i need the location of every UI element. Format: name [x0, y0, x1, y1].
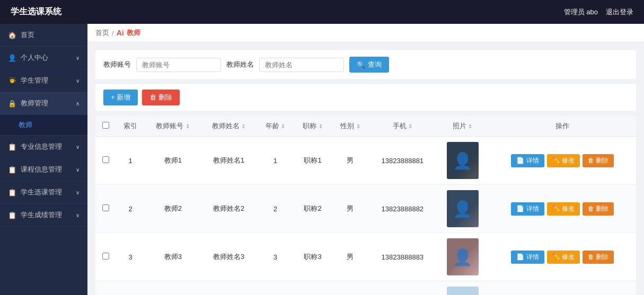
avatar-placeholder: 👤	[453, 200, 472, 218]
cell-phone: 13823888884	[369, 281, 436, 296]
cell-title: 职称3	[294, 233, 332, 281]
username: 管理员 abo	[564, 7, 598, 17]
col-checkbox	[95, 116, 116, 137]
sidebar-item-specialty[interactable]: 📋 专业信息管理 ∨	[0, 136, 87, 158]
sidebar-course-select-label: 学生选课管理	[21, 187, 62, 197]
cell-actions: 📄 详情 ✏️ 修改 🗑 删除	[489, 137, 636, 185]
cell-name: 教师姓名2	[201, 185, 257, 233]
sidebar: 🏠 首页 👤 个人中心 ∨ 👨‍🎓 学生管理 ∨ 🔒 教师管理 ∧ 教师 📋 专…	[0, 24, 87, 295]
col-actions: 操作	[489, 116, 636, 137]
search-name-input[interactable]	[259, 58, 344, 72]
sort-icon: ⇕	[186, 123, 190, 129]
delete-icon: 🗑	[588, 157, 594, 164]
select-all-checkbox[interactable]	[102, 122, 109, 129]
cell-name: 教师姓名3	[201, 233, 257, 281]
cell-photo: 👤	[436, 137, 489, 185]
lock-icon: 🔒	[8, 99, 16, 108]
cell-gender: 男	[332, 185, 369, 233]
row-checkbox[interactable]	[95, 137, 116, 185]
sidebar-item-teacher-mgmt[interactable]: 🔒 教师管理 ∧	[0, 92, 87, 115]
col-photo[interactable]: 照片 ⇕	[436, 116, 489, 137]
cell-gender: 男	[332, 137, 369, 185]
search-btn-label: 查询	[368, 60, 382, 69]
avatar-placeholder: 👤	[453, 248, 472, 266]
cell-title: 职称2	[294, 185, 332, 233]
account-label: 教师账号	[103, 60, 131, 69]
teacher-table: 索引 教师账号 ⇕ 教师姓名 ⇕ 年龄	[95, 116, 636, 295]
table-row: 2 教师2 教师姓名2 2 职称2 男 13823888882 👤 📄 详情 ✏…	[95, 185, 636, 233]
row-checkbox[interactable]	[95, 185, 116, 233]
sort-icon: ⇕	[281, 123, 285, 129]
sidebar-specialty-label: 专业信息管理	[21, 142, 62, 151]
detail-button[interactable]: 📄 详情	[511, 154, 544, 167]
delete-row-button[interactable]: 🗑 删除	[583, 251, 614, 264]
edit-button[interactable]: ✏️ 修改	[547, 251, 580, 264]
cell-index: 1	[116, 137, 145, 185]
sort-icon: ⇕	[468, 123, 472, 129]
breadcrumb-separator: /	[112, 29, 114, 37]
cell-account: 教师2	[145, 185, 201, 233]
sort-icon: ⇕	[408, 123, 412, 129]
main-content: 首页 / Ai 教师 教师账号 教师姓名 🔍 查询 + 新增 🗑 删除	[87, 24, 644, 295]
teacher-photo: 👤	[447, 142, 479, 179]
col-index: 索引	[116, 116, 145, 137]
row-checkbox[interactable]	[95, 281, 116, 296]
col-name[interactable]: 教师姓名 ⇕	[201, 116, 257, 137]
sidebar-teacher-label: 教师	[19, 121, 32, 129]
cell-phone: 13823888882	[369, 185, 436, 233]
detail-button[interactable]: 📄 详情	[511, 202, 544, 216]
student-icon: 👨‍🎓	[8, 76, 16, 85]
cell-name: 教师姓名4	[201, 281, 257, 296]
col-gender[interactable]: 性别 ⇕	[332, 116, 369, 137]
delete-row-button[interactable]: 🗑 删除	[583, 202, 614, 216]
content-area: 教师账号 教师姓名 🔍 查询 + 新增 🗑 删除	[87, 42, 644, 295]
breadcrumb-home[interactable]: 首页	[95, 28, 109, 38]
row-checkbox[interactable]	[95, 233, 116, 281]
cell-title: 职称1	[294, 137, 332, 185]
delete-row-button[interactable]: 🗑 删除	[583, 154, 614, 167]
chevron-down-icon: ∨	[76, 78, 80, 84]
sidebar-item-personal[interactable]: 👤 个人中心 ∨	[0, 47, 87, 69]
name-label: 教师姓名	[226, 60, 254, 69]
cell-account: 教师4	[145, 281, 201, 296]
avatar-placeholder: 👤	[453, 151, 472, 170]
sidebar-item-course-info[interactable]: 📋 课程信息管理 ∨	[0, 158, 87, 181]
person-icon: 👤	[8, 53, 16, 62]
table-header-row: 索引 教师账号 ⇕ 教师姓名 ⇕ 年龄	[95, 116, 636, 137]
action-bar: + 新增 🗑 删除	[95, 84, 636, 111]
sidebar-item-grade-mgmt[interactable]: 📋 学生成绩管理 ∨	[0, 204, 87, 227]
teacher-photo: 👤	[447, 238, 479, 275]
cell-gender: 男	[332, 233, 369, 281]
sort-icon: ⇕	[241, 123, 245, 129]
sidebar-item-student-mgmt[interactable]: 👨‍🎓 学生管理 ∨	[0, 69, 87, 92]
edit-icon: ✏️	[552, 253, 560, 261]
col-account[interactable]: 教师账号 ⇕	[145, 116, 201, 137]
sidebar-item-course-select[interactable]: 📋 学生选课管理 ∨	[0, 181, 87, 204]
batch-delete-button[interactable]: 🗑 删除	[142, 90, 180, 105]
sidebar-home-label: 首页	[21, 30, 34, 40]
course-icon: 📋	[8, 165, 16, 174]
col-age[interactable]: 年龄 ⇕	[257, 116, 294, 137]
cell-index: 3	[116, 233, 145, 281]
cell-actions: 📄 详情 ✏️ 修改 🗑 删除	[489, 281, 636, 296]
teacher-photo: 👤	[447, 287, 479, 295]
add-button[interactable]: + 新增	[103, 90, 138, 105]
sidebar-item-teacher[interactable]: 教师	[0, 115, 87, 136]
cell-photo: 👤	[436, 185, 489, 233]
col-phone[interactable]: 手机 ⇕	[369, 116, 436, 137]
breadcrumb-icon: Ai	[117, 29, 124, 37]
edit-icon: ✏️	[552, 157, 560, 164]
cell-actions: 📄 详情 ✏️ 修改 🗑 删除	[489, 185, 636, 233]
edit-button[interactable]: ✏️ 修改	[547, 154, 580, 167]
sidebar-item-home[interactable]: 🏠 首页	[0, 24, 87, 47]
cell-photo: 👤	[436, 281, 489, 296]
col-title[interactable]: 职称 ⇕	[294, 116, 332, 137]
logout-link[interactable]: 退出登录	[606, 7, 633, 17]
search-account-input[interactable]	[136, 58, 221, 72]
edit-button[interactable]: ✏️ 修改	[547, 202, 580, 216]
grade-icon: 📋	[8, 211, 16, 219]
search-button[interactable]: 🔍 查询	[349, 57, 389, 73]
cell-index: 2	[116, 185, 145, 233]
search-icon: 🔍	[357, 61, 365, 69]
detail-button[interactable]: 📄 详情	[511, 251, 544, 264]
